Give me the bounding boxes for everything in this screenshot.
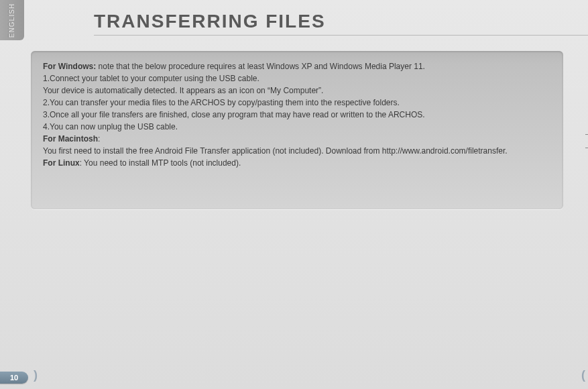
- page-number: 10: [10, 374, 18, 382]
- instructions-panel: For Windows: note that the below procedu…: [31, 51, 563, 209]
- page-number-badge: 10: [0, 372, 28, 384]
- language-label: ENGLISH: [9, 3, 16, 37]
- windows-intro: note that the below procedure requires a…: [96, 62, 425, 71]
- step-2: 2.You can transfer your media files to t…: [43, 97, 551, 109]
- linux-line: For Linux: You need to install MTP tools…: [43, 157, 551, 169]
- footer-bracket-right-icon: (: [581, 368, 585, 382]
- step-1: 1.Connect your tablet to your computer u…: [43, 72, 551, 85]
- mac-text: You first need to install the free Andro…: [43, 145, 551, 157]
- page-title: TRANSFERRING FILES: [94, 11, 326, 32]
- detected-line: Your device is automatically detected. I…: [43, 85, 551, 97]
- title-underline: [94, 35, 588, 36]
- step-4: 4.You can now unplug the USB cable.: [43, 121, 551, 133]
- crop-mark: [585, 148, 588, 148]
- footer-bracket-left-icon: ): [34, 368, 38, 382]
- mac-colon: :: [98, 134, 100, 144]
- windows-line: For Windows: note that the below procedu…: [43, 60, 551, 72]
- linux-text: : You need to install MTP tools (not inc…: [80, 158, 241, 168]
- windows-heading: For Windows:: [43, 62, 96, 71]
- language-tab: ENGLISH: [0, 0, 24, 40]
- linux-heading: For Linux: [43, 158, 80, 168]
- page-footer: 10 ) (: [0, 374, 588, 389]
- mac-heading: For Macintosh: [43, 134, 98, 144]
- crop-mark: [585, 134, 588, 135]
- step-3: 3.Once all your file transfers are finis…: [43, 109, 551, 121]
- mac-heading-line: For Macintosh:: [43, 133, 551, 145]
